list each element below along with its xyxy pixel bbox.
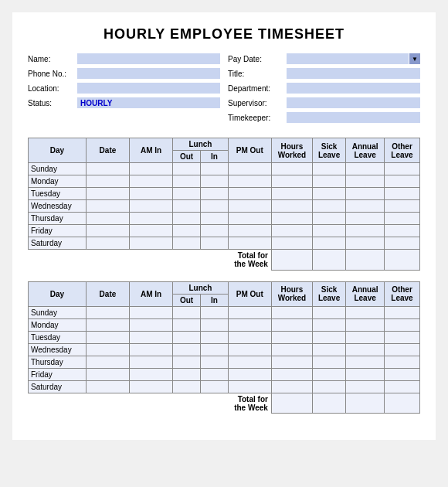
total-data-cell[interactable] (271, 393, 312, 414)
data-cell[interactable] (200, 237, 228, 250)
data-cell[interactable] (271, 175, 312, 188)
pay-date-input[interactable] (287, 53, 409, 64)
data-cell[interactable] (312, 213, 345, 225)
data-cell[interactable] (130, 175, 173, 188)
data-cell[interactable] (228, 175, 271, 188)
data-cell[interactable] (130, 237, 173, 250)
total-data-cell[interactable] (384, 250, 419, 271)
data-cell[interactable] (312, 331, 345, 343)
data-cell[interactable] (130, 225, 173, 237)
data-cell[interactable] (86, 237, 129, 250)
data-cell[interactable] (173, 188, 201, 200)
data-cell[interactable] (200, 380, 228, 393)
data-cell[interactable] (312, 356, 345, 368)
day-cell[interactable]: Thursday (29, 213, 87, 225)
data-cell[interactable] (86, 200, 129, 213)
day-cell[interactable]: Sunday (29, 163, 87, 175)
data-cell[interactable] (173, 356, 201, 368)
data-cell[interactable] (173, 368, 201, 380)
data-cell[interactable] (346, 213, 385, 225)
data-cell[interactable] (271, 188, 312, 200)
data-cell[interactable] (130, 163, 173, 175)
data-cell[interactable] (200, 200, 228, 213)
data-cell[interactable] (228, 380, 271, 393)
data-cell[interactable] (346, 306, 385, 318)
data-cell[interactable] (271, 343, 312, 356)
data-cell[interactable] (173, 200, 201, 213)
data-cell[interactable] (200, 331, 228, 343)
data-cell[interactable] (228, 188, 271, 200)
data-cell[interactable] (200, 213, 228, 225)
data-cell[interactable] (312, 318, 345, 331)
data-cell[interactable] (312, 200, 345, 213)
data-cell[interactable] (173, 343, 201, 356)
data-cell[interactable] (346, 331, 385, 343)
data-cell[interactable] (228, 213, 271, 225)
data-cell[interactable] (130, 213, 173, 225)
data-cell[interactable] (173, 237, 201, 250)
data-cell[interactable] (228, 163, 271, 175)
data-cell[interactable] (200, 343, 228, 356)
day-cell[interactable]: Thursday (29, 356, 87, 368)
data-cell[interactable] (271, 306, 312, 318)
data-cell[interactable] (86, 213, 129, 225)
data-cell[interactable] (271, 213, 312, 225)
data-cell[interactable] (271, 331, 312, 343)
data-cell[interactable] (228, 331, 271, 343)
data-cell[interactable] (228, 225, 271, 237)
total-data-cell[interactable] (346, 250, 385, 271)
day-cell[interactable]: Tuesday (29, 331, 87, 343)
data-cell[interactable] (346, 343, 385, 356)
title-input[interactable] (287, 68, 420, 79)
data-cell[interactable] (130, 356, 173, 368)
data-cell[interactable] (228, 318, 271, 331)
data-cell[interactable] (86, 163, 129, 175)
supervisor-input[interactable] (287, 97, 420, 108)
data-cell[interactable] (346, 200, 385, 213)
data-cell[interactable] (384, 380, 419, 393)
data-cell[interactable] (384, 306, 419, 318)
data-cell[interactable] (346, 163, 385, 175)
day-cell[interactable]: Wednesday (29, 200, 87, 213)
data-cell[interactable] (346, 188, 385, 200)
data-cell[interactable] (130, 368, 173, 380)
data-cell[interactable] (228, 200, 271, 213)
data-cell[interactable] (271, 318, 312, 331)
data-cell[interactable] (173, 213, 201, 225)
day-cell[interactable]: Friday (29, 368, 87, 380)
data-cell[interactable] (312, 380, 345, 393)
data-cell[interactable] (384, 318, 419, 331)
data-cell[interactable] (130, 200, 173, 213)
data-cell[interactable] (86, 175, 129, 188)
data-cell[interactable] (271, 368, 312, 380)
day-cell[interactable]: Friday (29, 225, 87, 237)
data-cell[interactable] (228, 368, 271, 380)
data-cell[interactable] (312, 188, 345, 200)
data-cell[interactable] (173, 306, 201, 318)
data-cell[interactable] (200, 225, 228, 237)
data-cell[interactable] (173, 163, 201, 175)
data-cell[interactable] (130, 318, 173, 331)
data-cell[interactable] (384, 343, 419, 356)
data-cell[interactable] (173, 318, 201, 331)
timekeeper-input[interactable] (287, 112, 420, 123)
data-cell[interactable] (271, 163, 312, 175)
phone-input[interactable] (77, 68, 220, 79)
data-cell[interactable] (86, 331, 129, 343)
data-cell[interactable] (271, 225, 312, 237)
data-cell[interactable] (384, 225, 419, 237)
data-cell[interactable] (173, 331, 201, 343)
data-cell[interactable] (346, 368, 385, 380)
data-cell[interactable] (200, 188, 228, 200)
total-data-cell[interactable] (346, 393, 385, 414)
data-cell[interactable] (384, 175, 419, 188)
total-data-cell[interactable] (271, 250, 312, 271)
data-cell[interactable] (200, 356, 228, 368)
data-cell[interactable] (200, 368, 228, 380)
day-cell[interactable]: Monday (29, 318, 87, 331)
data-cell[interactable] (200, 318, 228, 331)
data-cell[interactable] (86, 318, 129, 331)
data-cell[interactable] (200, 175, 228, 188)
data-cell[interactable] (384, 356, 419, 368)
day-cell[interactable]: Saturday (29, 237, 87, 250)
